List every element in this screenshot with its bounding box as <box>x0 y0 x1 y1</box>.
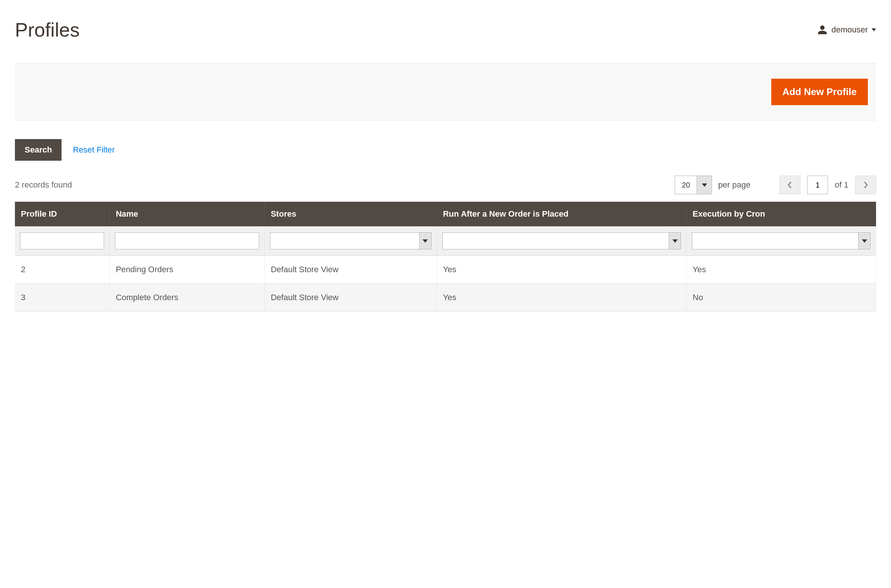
per-page-dropdown-icon <box>697 176 712 194</box>
search-button[interactable]: Search <box>15 139 62 161</box>
cell-run-after-order: Yes <box>437 284 686 312</box>
cell-name: Complete Orders <box>110 284 265 312</box>
add-new-profile-button[interactable]: Add New Profile <box>771 79 868 105</box>
profiles-table: Profile ID Name Stores Run After a New O… <box>15 202 876 312</box>
cell-name: Pending Orders <box>110 256 265 284</box>
cell-exec-cron: No <box>687 284 876 312</box>
prev-page-button[interactable] <box>780 176 800 194</box>
reset-filter-link[interactable]: Reset Filter <box>73 145 114 155</box>
filter-stores-select[interactable] <box>270 232 432 249</box>
cell-run-after-order: Yes <box>437 256 686 284</box>
page-input[interactable] <box>807 176 828 194</box>
col-header-name[interactable]: Name <box>110 202 265 226</box>
records-found: 2 records found <box>15 180 72 190</box>
user-menu[interactable]: demouser <box>817 25 876 35</box>
per-page-control: 20 per page <box>675 176 750 194</box>
col-header-run-after-order[interactable]: Run After a New Order is Placed <box>437 202 686 226</box>
filter-name-input[interactable] <box>115 232 259 249</box>
col-header-stores[interactable]: Stores <box>264 202 437 226</box>
table-row[interactable]: 2 Pending Orders Default Store View Yes … <box>15 256 876 284</box>
col-header-profile-id[interactable]: Profile ID <box>15 202 110 226</box>
filter-exec-cron-select[interactable] <box>692 232 870 249</box>
filter-bar: Search Reset Filter <box>15 139 876 161</box>
filter-row <box>15 226 876 256</box>
per-page-select[interactable]: 20 <box>675 176 712 194</box>
per-page-label: per page <box>718 180 750 190</box>
user-icon <box>817 25 828 35</box>
controls-right: 20 per page of 1 <box>675 176 876 194</box>
cell-stores: Default Store View <box>264 284 437 312</box>
action-bar: Add New Profile <box>15 63 876 120</box>
controls-row: 2 records found 20 per page of 1 <box>15 176 876 194</box>
col-header-exec-cron[interactable]: Execution by Cron <box>687 202 876 226</box>
next-page-button[interactable] <box>855 176 876 194</box>
user-name: demouser <box>831 25 868 34</box>
pager: of 1 <box>780 176 876 194</box>
filter-run-after-order-select[interactable] <box>442 232 681 249</box>
cell-exec-cron: Yes <box>687 256 876 284</box>
page-title: Profiles <box>15 19 80 41</box>
dropdown-icon <box>419 232 431 249</box>
cell-profile-id: 2 <box>15 256 110 284</box>
filter-profile-id-input[interactable] <box>20 232 104 249</box>
cell-profile-id: 3 <box>15 284 110 312</box>
table-row[interactable]: 3 Complete Orders Default Store View Yes… <box>15 284 876 312</box>
table-header-row: Profile ID Name Stores Run After a New O… <box>15 202 876 226</box>
caret-down-icon <box>872 28 876 32</box>
dropdown-icon <box>669 232 681 249</box>
page-header: Profiles demouser <box>15 11 876 63</box>
per-page-value: 20 <box>675 176 697 194</box>
cell-stores: Default Store View <box>264 256 437 284</box>
page-of-total: of 1 <box>835 180 849 190</box>
dropdown-icon <box>858 232 870 249</box>
